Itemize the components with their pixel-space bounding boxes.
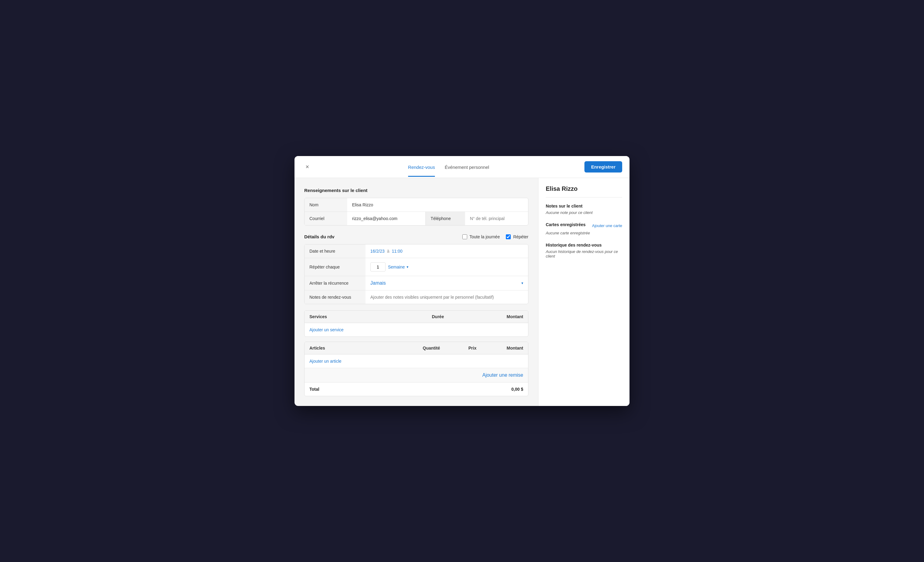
total-row: Total 0,00 $ <box>304 382 528 396</box>
add-discount-link[interactable]: Ajouter une remise <box>482 373 523 378</box>
tab-bar: Rendez-vous Événement personnel <box>408 157 489 177</box>
close-icon: × <box>306 163 309 170</box>
close-button[interactable]: × <box>302 162 313 173</box>
details-header: Détails du rdv Toute la journée Répéter <box>304 234 528 239</box>
sidebar-cards-section: Cartes enregistrées Ajouter une carte Au… <box>546 222 622 235</box>
sidebar-cards-header: Cartes enregistrées Ajouter une carte <box>546 222 622 229</box>
articles-header: Articles Quantité Prix Montant <box>304 342 528 355</box>
articles-amount-col-label: Montant <box>493 346 523 350</box>
total-label: Total <box>309 387 319 392</box>
datetime-row: Date et heure 16/2/23 à 11:00 <box>304 245 528 258</box>
notes-input[interactable] <box>370 295 523 300</box>
client-email-phone-row: Courriel rizzo_elisa@yahoo.com Téléphone <box>304 212 528 225</box>
client-name-row: Nom Elisa Rizzo <box>304 198 528 212</box>
datetime-value: 16/2/23 à 11:00 <box>366 245 528 258</box>
datetime-label: Date et heure <box>304 245 366 258</box>
articles-col-label: Articles <box>309 346 423 350</box>
sidebar-notes-text: Aucune note pour ce client <box>546 210 622 215</box>
notes-row: Notes de rendez-vous <box>304 290 528 304</box>
client-table: Nom Elisa Rizzo Courriel rizzo_elisa@yah… <box>304 198 528 225</box>
all-day-checkbox[interactable] <box>462 234 467 239</box>
details-section: Détails du rdv Toute la journée Répéter <box>304 234 528 304</box>
modal-body: Renseignements sur le client Nom Elisa R… <box>294 178 630 406</box>
details-table: Date et heure 16/2/23 à 11:00 Répéter ch… <box>304 244 528 304</box>
sidebar-history-section: Historique des rendez-vous Aucun histori… <box>546 243 622 258</box>
stop-recurrence-label: Arrêter la récurrence <box>304 276 366 290</box>
main-content: Renseignements sur le client Nom Elisa R… <box>294 178 538 406</box>
modal: × Rendez-vous Événement personnel Enregi… <box>294 156 630 406</box>
notes-value <box>366 290 528 304</box>
phone-cell: Téléphone <box>426 212 528 225</box>
telephone-label: Téléphone <box>426 212 465 225</box>
notes-label: Notes de rendez-vous <box>304 290 366 304</box>
checkboxes: Toute la journée Répéter <box>462 234 528 239</box>
recurrence-value: Jamais ▾ <box>366 276 528 290</box>
sidebar-notes-title: Notes sur le client <box>546 204 622 209</box>
at-text: à <box>387 249 390 254</box>
sidebar-history-title: Historique des rendez-vous <box>546 243 622 248</box>
client-section-title: Renseignements sur le client <box>304 188 528 193</box>
email-label: Courriel <box>304 212 347 225</box>
phone-input[interactable] <box>465 212 528 225</box>
sidebar-cards-text: Aucune carte enregistrée <box>546 231 622 235</box>
add-service-link[interactable]: Ajouter un service <box>304 323 528 337</box>
repeat-label: Répéter <box>513 234 528 239</box>
email-value: rizzo_elisa@yahoo.com <box>347 212 426 225</box>
sidebar-client-name: Elisa Rizzo <box>546 185 622 197</box>
repeat-group: Répéter <box>506 234 528 239</box>
duration-col-label: Durée <box>432 314 493 319</box>
time-value[interactable]: 11:00 <box>392 249 403 254</box>
repeat-number-input[interactable] <box>370 262 386 272</box>
save-button[interactable]: Enregistrer <box>584 161 622 173</box>
repeat-checkbox[interactable] <box>506 234 511 239</box>
frequency-select[interactable]: Semaine ▾ <box>388 264 408 269</box>
all-day-group: Toute la journée <box>462 234 500 239</box>
details-title: Détails du rdv <box>304 234 334 239</box>
discount-row: Ajouter une remise <box>304 368 528 382</box>
repeat-each-row: Répéter chaque Semaine ▾ <box>304 258 528 276</box>
services-col-label: Services <box>309 314 432 319</box>
all-day-label: Toute la journée <box>470 234 500 239</box>
add-article-link[interactable]: Ajouter un article <box>304 355 528 368</box>
modal-header: × Rendez-vous Événement personnel Enregi… <box>294 156 630 178</box>
frequency-value: Semaine <box>388 264 405 269</box>
sidebar: Elisa Rizzo Notes sur le client Aucune n… <box>538 178 630 406</box>
services-table: Services Durée Montant Ajouter un servic… <box>304 310 528 337</box>
tab-personnel[interactable]: Événement personnel <box>445 157 489 177</box>
recurrence-chevron-icon: ▾ <box>521 281 523 285</box>
total-value: 0,00 $ <box>512 387 523 392</box>
services-header: Services Durée Montant <box>304 311 528 323</box>
name-label: Nom <box>304 198 347 212</box>
chevron-down-icon: ▾ <box>406 265 408 269</box>
add-card-link[interactable]: Ajouter une carte <box>592 223 622 228</box>
price-col-label: Prix <box>468 346 493 350</box>
qty-col-label: Quantité <box>423 346 468 350</box>
repeat-each-label: Répéter chaque <box>304 258 366 276</box>
articles-table: Articles Quantité Prix Montant Ajouter u… <box>304 342 528 396</box>
stop-recurrence-row: Arrêter la récurrence Jamais ▾ <box>304 276 528 290</box>
sidebar-cards-title: Cartes enregistrées <box>546 222 586 227</box>
date-value[interactable]: 16/2/23 <box>370 249 385 254</box>
name-value: Elisa Rizzo <box>347 198 528 212</box>
sidebar-history-text: Aucun historique de rendez-vous pour ce … <box>546 249 622 258</box>
sidebar-notes-section: Notes sur le client Aucune note pour ce … <box>546 204 622 215</box>
recurrence-option[interactable]: Jamais <box>370 280 386 286</box>
tab-rendezvous[interactable]: Rendez-vous <box>408 157 435 177</box>
repeat-each-value: Semaine ▾ <box>366 258 528 276</box>
services-amount-col-label: Montant <box>493 314 523 319</box>
